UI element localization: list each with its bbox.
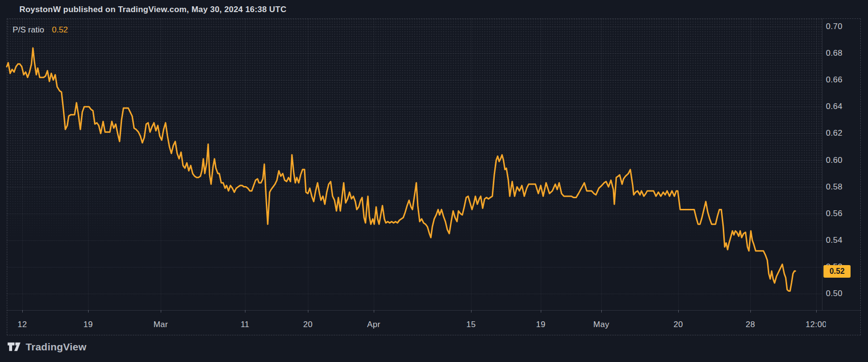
- time-scale-tick: [22, 310, 23, 313]
- price-scale-label: 0.56: [826, 209, 857, 218]
- price-scale-label: 0.66: [826, 76, 857, 84]
- time-scale-label: 15: [466, 320, 476, 330]
- price-scale-label: 0.50: [826, 289, 857, 298]
- price-scale-label: 0.60: [826, 156, 857, 165]
- time-scale-tick: [374, 310, 374, 313]
- time-scale-label: 20: [673, 320, 683, 330]
- time-scale-tick: [88, 310, 89, 313]
- time-scale-label: 19: [536, 320, 546, 330]
- time-scale-label: 12: [17, 320, 27, 330]
- time-scale-tick: [541, 310, 541, 313]
- time-scale-label: 28: [746, 320, 755, 330]
- price-scale-label: 0.70: [826, 22, 857, 31]
- indicator-legend[interactable]: P/S ratio 0.52: [13, 25, 68, 35]
- time-scale-label: Mar: [153, 320, 168, 330]
- price-scale-label: 0.62: [826, 129, 857, 138]
- time-scale-tick: [816, 310, 817, 313]
- time-scale[interactable]: 1219Mar1120Apr1519May202812:00: [7, 310, 826, 335]
- time-scale-tick: [161, 310, 161, 313]
- price-scale-label: 0.64: [826, 102, 857, 111]
- time-scale-label: 11: [241, 320, 249, 330]
- time-scale-label: Apr: [367, 320, 380, 330]
- footer-brand-link[interactable]: TradingView: [7, 341, 87, 353]
- price-scale-label: 0.68: [826, 49, 857, 58]
- footer-brand-text: TradingView: [26, 341, 87, 353]
- chart-canvas: [0, 0, 868, 362]
- time-scale-label: 19: [83, 320, 93, 330]
- time-scale-label: 12:00: [806, 320, 826, 330]
- time-scale-tick: [471, 310, 472, 313]
- time-scale-tick: [678, 310, 679, 313]
- price-scale-label: 0.58: [826, 183, 857, 191]
- time-scale-tick: [601, 310, 602, 313]
- chart-line[interactable]: [7, 48, 795, 291]
- time-scale-tick: [245, 310, 245, 313]
- time-scale-tick: [308, 310, 308, 313]
- indicator-legend-label: P/S ratio: [13, 25, 44, 35]
- indicator-legend-value: 0.52: [52, 25, 68, 35]
- tradingview-logo-icon: [7, 341, 21, 353]
- price-scale-label: 0.54: [826, 236, 857, 245]
- tradingview-published-chart: RoystonW published on TradingView.com, M…: [0, 0, 868, 362]
- last-price-badge: 0.52: [823, 265, 851, 278]
- time-scale-label: 20: [303, 320, 313, 330]
- time-scale-tick: [750, 310, 751, 313]
- time-scale-label: May: [593, 320, 609, 330]
